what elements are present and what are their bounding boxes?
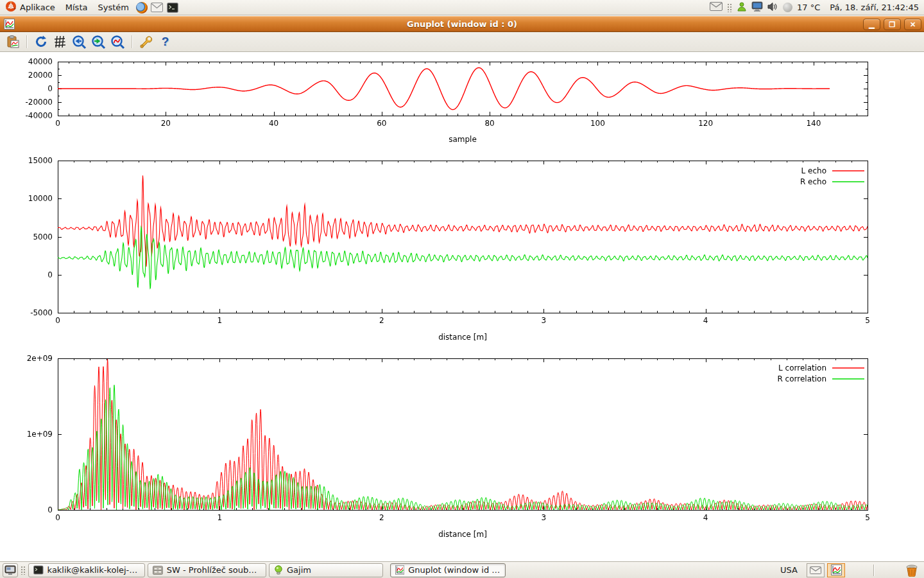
- menu-places[interactable]: Místa: [60, 0, 93, 15]
- gnuplot-window: Gnuplot (window id : 0) ▁ ❐ ✕: [0, 16, 924, 560]
- volume-icon[interactable]: [767, 2, 778, 13]
- autoscale-button[interactable]: [109, 33, 126, 50]
- tray-mail[interactable]: [807, 563, 825, 577]
- gnuplot-task-icon: [395, 565, 404, 575]
- menu-system-label: Systém: [98, 3, 128, 12]
- copy-to-clipboard-button[interactable]: [4, 33, 21, 50]
- menu-system[interactable]: Systém: [92, 0, 133, 15]
- toolbar-separator: [132, 35, 132, 48]
- zoom-next-icon: [91, 35, 106, 49]
- keyboard-layout-indicator[interactable]: USA: [774, 565, 804, 575]
- firefox-launcher[interactable]: [134, 0, 150, 15]
- titlebar[interactable]: Gnuplot (window id : 0) ▁ ❐ ✕: [0, 16, 924, 32]
- task-gnuplot[interactable]: Gnuplot (window id : 0): [390, 563, 506, 577]
- task-file-manager[interactable]: SW - Prohlížeč souborů: [148, 563, 266, 577]
- terminal-launcher[interactable]: [165, 0, 180, 15]
- toggle-grid-button[interactable]: [51, 33, 69, 50]
- trash-icon: [905, 564, 918, 577]
- tray-gnuplot[interactable]: [827, 563, 845, 577]
- menu-applications-label: Aplikace: [20, 3, 55, 12]
- weather-icon[interactable]: [783, 3, 792, 12]
- firefox-icon: [136, 2, 148, 13]
- close-button[interactable]: ✕: [904, 19, 921, 30]
- menu-applications[interactable]: Aplikace: [0, 0, 60, 15]
- terminal-task-icon: [33, 565, 44, 575]
- ubuntu-logo-icon: [5, 1, 17, 14]
- tray-mail-icon: [810, 566, 821, 574]
- display-settings-icon[interactable]: [751, 1, 763, 13]
- help-button[interactable]: ?: [157, 33, 174, 50]
- plot-area: [0, 52, 924, 559]
- window-buttons: ▁ ❐ ✕: [863, 19, 921, 30]
- terminal-icon: [167, 3, 178, 13]
- panel-left: Aplikace Místa Systém: [0, 0, 180, 15]
- gnuplot-window-icon: [4, 19, 15, 30]
- temperature-label: 17 °C: [797, 3, 820, 12]
- previous-zoom-button[interactable]: [71, 33, 88, 50]
- clipboard-icon: [6, 35, 20, 49]
- taskbar-separator: [873, 565, 874, 576]
- show-desktop-icon: [4, 565, 16, 575]
- task-gajim-label: Gajim: [287, 565, 311, 575]
- question-mark-icon: ?: [162, 35, 169, 49]
- mail-icon: [151, 3, 163, 12]
- file-manager-icon: [153, 566, 163, 575]
- refresh-icon: [34, 35, 48, 49]
- tray-gnuplot-icon: [831, 565, 842, 575]
- user-switcher-icon[interactable]: [737, 1, 747, 13]
- window-title: Gnuplot (window id : 0): [0, 19, 924, 29]
- clock-label[interactable]: Pá, 18. září, 21:42:45: [825, 3, 919, 12]
- task-file-manager-label: SW - Prohlížeč souborů: [167, 565, 261, 575]
- gajim-icon: [274, 565, 283, 575]
- taskbar-grip-handle[interactable]: [21, 566, 26, 575]
- task-gajim[interactable]: Gajim: [269, 563, 383, 577]
- task-gnuplot-label: Gnuplot (window id : 0): [408, 565, 501, 575]
- top-panel: Aplikace Místa Systém: [0, 0, 924, 15]
- task-terminal-label: kaklik@kaklik-kolej-u...: [47, 565, 140, 575]
- minimize-button[interactable]: ▁: [863, 19, 880, 30]
- taskbar: kaklik@kaklik-kolej-u... SW - Prohlížeč …: [0, 561, 924, 578]
- task-terminal[interactable]: kaklik@kaklik-kolej-u...: [28, 563, 145, 577]
- panel-right: 17 °C Pá, 18. září, 21:42:45: [710, 0, 924, 15]
- replot-button[interactable]: [32, 33, 49, 50]
- mail-launcher[interactable]: [150, 0, 165, 15]
- next-zoom-button[interactable]: [90, 33, 107, 50]
- unzoom-icon: [110, 35, 125, 49]
- show-desktop-button[interactable]: [3, 563, 18, 577]
- mail-notification-icon[interactable]: [710, 2, 723, 13]
- toolbar: ?: [0, 32, 924, 52]
- wrench-icon: [139, 35, 153, 49]
- panel-grip-handle[interactable]: [727, 3, 732, 12]
- zoom-previous-icon: [72, 35, 87, 49]
- trash-button[interactable]: [902, 563, 921, 578]
- maximize-button[interactable]: ❐: [884, 19, 901, 30]
- plot-canvas[interactable]: [0, 52, 924, 559]
- menu-places-label: Místa: [65, 3, 88, 12]
- grid-icon: [54, 35, 67, 48]
- toolbar-separator: [26, 35, 27, 48]
- configure-button[interactable]: [137, 33, 155, 50]
